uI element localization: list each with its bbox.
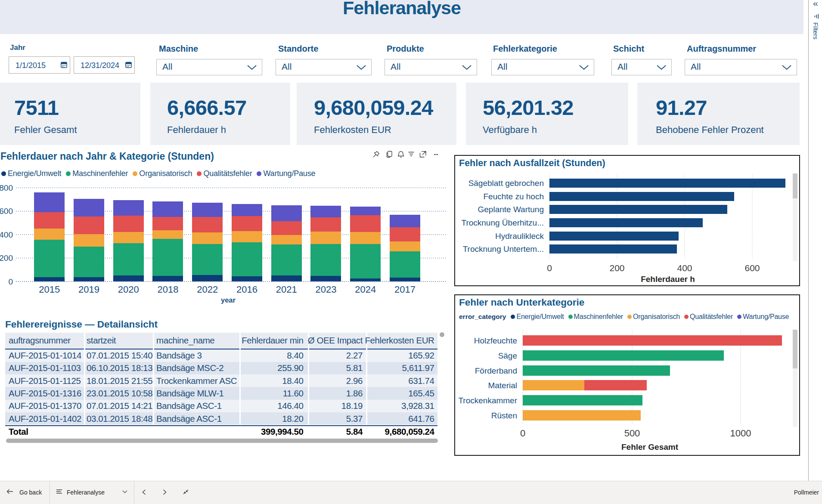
svg-text:Trocknung Untertem...: Trocknung Untertem...: [463, 244, 544, 254]
svg-text:0: 0: [520, 428, 525, 439]
svg-text:600: 600: [744, 263, 760, 273]
svg-text:2017: 2017: [394, 284, 416, 295]
svg-text:Trockenkammer: Trockenkammer: [458, 396, 517, 405]
svg-text:Sägeblatt gebrochen: Sägeblatt gebrochen: [468, 179, 544, 188]
svg-text:2024: 2024: [355, 284, 376, 295]
svg-text:Fehler Gesamt: Fehler Gesamt: [621, 442, 679, 451]
svg-text:200: 200: [609, 263, 624, 273]
svg-text:Hydraulikleck: Hydraulikleck: [495, 232, 544, 241]
svg-text:0: 0: [8, 277, 13, 286]
svg-text:Fehlerdauer h: Fehlerdauer h: [641, 275, 695, 284]
svg-text:Rüsten: Rüsten: [491, 411, 517, 420]
svg-text:1000: 1000: [730, 428, 751, 439]
svg-text:Feuchte zu hoch: Feuchte zu hoch: [484, 192, 544, 201]
svg-text:400: 400: [0, 230, 13, 239]
svg-text:600: 600: [0, 207, 13, 216]
svg-text:2019: 2019: [78, 284, 99, 295]
svg-text:500: 500: [624, 428, 640, 439]
svg-text:Förderband: Förderband: [475, 366, 517, 375]
svg-text:2020: 2020: [118, 284, 139, 295]
svg-text:200: 200: [0, 254, 13, 263]
svg-text:Holzfeuchte: Holzfeuchte: [474, 336, 517, 345]
svg-text:Säge: Säge: [498, 351, 517, 360]
svg-text:2022: 2022: [197, 284, 218, 295]
svg-text:Trocknung Überhitzu...: Trocknung Überhitzu...: [462, 218, 544, 227]
svg-text:year: year: [221, 296, 236, 304]
svg-text:2015: 2015: [39, 284, 60, 295]
svg-text:2021: 2021: [276, 284, 297, 295]
svg-text:Material: Material: [488, 381, 517, 390]
svg-text:0: 0: [547, 263, 552, 273]
svg-text:2023: 2023: [316, 284, 337, 295]
svg-text:Geplante Wartung: Geplante Wartung: [478, 205, 544, 214]
svg-text:400: 400: [677, 263, 692, 273]
svg-text:2016: 2016: [236, 284, 257, 295]
svg-text:800: 800: [0, 183, 13, 192]
svg-text:2018: 2018: [157, 284, 178, 295]
